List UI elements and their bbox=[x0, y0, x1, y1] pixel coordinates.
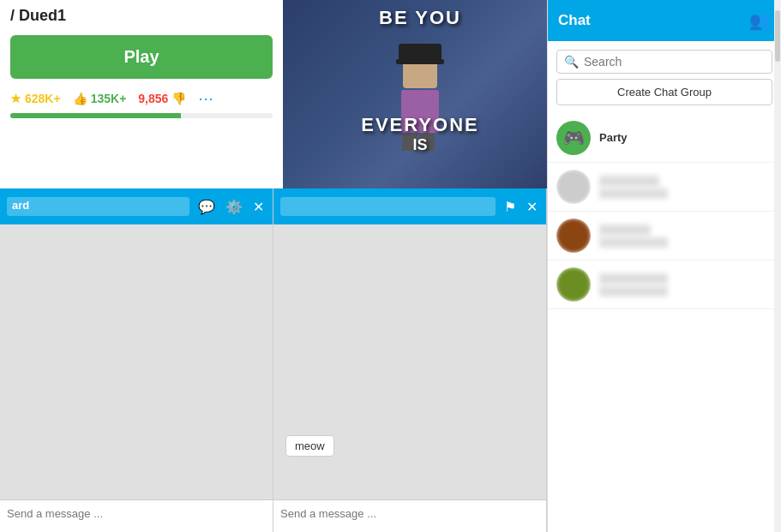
chat-preview-3 bbox=[599, 286, 668, 296]
chat-preview-1 bbox=[599, 188, 668, 199]
game-image-overlay: BE YOU EVERYONE IS bbox=[283, 0, 557, 188]
share-icon[interactable]: ⋯ bbox=[198, 89, 213, 108]
chat-body-1 bbox=[0, 224, 273, 499]
chat-window-2: ⚑ ✕ meow bbox=[273, 188, 547, 532]
chat-icon-button-1[interactable]: 💬 bbox=[196, 197, 217, 217]
close-button-1[interactable]: ✕ bbox=[251, 197, 266, 217]
avatar-2 bbox=[556, 218, 591, 253]
close-button-2[interactable]: ✕ bbox=[525, 197, 539, 217]
play-button[interactable]: Play bbox=[10, 35, 273, 79]
stats-row: ★ 628K+ 👍 135K+ 9,856 👎 ⋯ bbox=[0, 86, 283, 110]
char-head bbox=[403, 56, 437, 88]
thumbsup-icon: 👍 bbox=[73, 92, 87, 105]
create-chat-group-button[interactable]: Create Chat Group bbox=[556, 79, 772, 105]
overlay-text-2: EVERYONE bbox=[283, 114, 557, 136]
flag-button-2[interactable]: ⚑ bbox=[502, 197, 518, 217]
chat-name-3 bbox=[599, 273, 668, 284]
list-item-1[interactable] bbox=[548, 163, 781, 212]
scrollbar-thumb[interactable] bbox=[775, 10, 780, 62]
search-icon: 🔍 bbox=[564, 55, 579, 69]
chat-body-2: meow bbox=[273, 224, 546, 499]
people-icon[interactable]: 👥 bbox=[749, 10, 771, 31]
party-icon: 🎮 bbox=[563, 128, 585, 148]
chat-input-area-1 bbox=[0, 499, 273, 532]
chat-title-1: ard bbox=[7, 197, 189, 216]
chat-input-1[interactable] bbox=[7, 507, 266, 520]
favorites-count: 628K+ bbox=[25, 92, 61, 105]
game-title: / Dued1 bbox=[0, 0, 283, 28]
chat-input-2[interactable] bbox=[280, 507, 539, 520]
dislikes-count: 9,856 bbox=[138, 92, 168, 105]
avatar-3 bbox=[556, 267, 591, 302]
chat-panel-title: Chat bbox=[558, 12, 591, 29]
likes-count: 135K+ bbox=[91, 92, 127, 105]
chat-window-1: ard 💬 ⚙️ ✕ bbox=[0, 188, 273, 532]
list-item-3[interactable] bbox=[548, 260, 781, 309]
chat-item-info-2 bbox=[599, 224, 772, 248]
star-icon: ★ bbox=[10, 92, 21, 105]
chat-preview-2 bbox=[599, 237, 668, 248]
overlay-text-3: IS bbox=[283, 136, 557, 154]
game-image: BE YOU EVERYONE IS bbox=[283, 0, 557, 188]
chat-windows: ard 💬 ⚙️ ✕ ⚑ ✕ meow bbox=[0, 188, 547, 532]
list-item-party[interactable]: 🎮 Party bbox=[548, 114, 781, 163]
party-avatar: 🎮 bbox=[556, 121, 591, 155]
thumbsdown-icon: 👎 bbox=[171, 92, 186, 105]
party-name: Party bbox=[599, 131, 772, 144]
list-item-2[interactable] bbox=[548, 212, 781, 260]
favorites-stat: ★ 628K+ bbox=[10, 92, 61, 105]
chat-panel-header: Chat 👥 bbox=[548, 0, 781, 41]
scrollbar[interactable] bbox=[774, 0, 781, 532]
chat-item-info-1 bbox=[599, 176, 772, 199]
right-panel: Chat 👥 🔍 Create Chat Group 🎮 Party bbox=[547, 0, 781, 532]
chat-title-2 bbox=[280, 197, 496, 216]
search-box[interactable]: 🔍 bbox=[556, 50, 772, 74]
chat-input-area-2 bbox=[273, 499, 546, 532]
char-hat bbox=[399, 44, 442, 59]
chat-header-2: ⚑ ✕ bbox=[273, 188, 546, 224]
rating-fill bbox=[10, 113, 181, 118]
chat-name-1 bbox=[599, 176, 659, 187]
likes-stat: 👍 135K+ bbox=[73, 92, 127, 105]
chat-item-info-3 bbox=[599, 273, 772, 296]
dislikes-stat: 9,856 👎 bbox=[138, 92, 186, 105]
avatar-img-1 bbox=[556, 170, 591, 204]
avatar-1 bbox=[556, 170, 591, 204]
rating-bar bbox=[10, 113, 273, 118]
avatar-img-2 bbox=[556, 218, 591, 253]
char-hat-brim bbox=[396, 59, 444, 64]
party-item-info: Party bbox=[599, 131, 772, 146]
search-input[interactable] bbox=[584, 55, 765, 69]
chat-list: 🎮 Party bbox=[548, 114, 781, 532]
avatar-img-3 bbox=[556, 267, 591, 302]
chat-name-2 bbox=[599, 224, 651, 236]
chat-header-1: ard 💬 ⚙️ ✕ bbox=[0, 188, 273, 224]
chat-bubble: meow bbox=[285, 435, 334, 457]
settings-button-1[interactable]: ⚙️ bbox=[224, 197, 244, 217]
overlay-text-1: BE YOU bbox=[283, 7, 557, 29]
